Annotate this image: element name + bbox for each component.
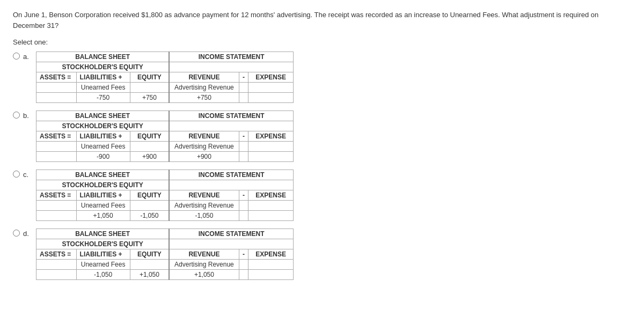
option-c: c. BALANCE SHEET INCOME STATEMENT STOCKH… [13, 169, 631, 221]
option-letter-1: b. [23, 110, 33, 120]
answer-table-3: BALANCE SHEET INCOME STATEMENT STOCKHOLD… [36, 228, 294, 280]
option-letter-2: c. [23, 169, 33, 179]
radio-option-c[interactable] [13, 171, 20, 178]
radio-option-d[interactable] [13, 230, 20, 237]
radio-option-b[interactable] [13, 112, 20, 119]
option-letter-3: d. [23, 228, 33, 238]
answer-table-0: BALANCE SHEET INCOME STATEMENT STOCKHOLD… [36, 51, 294, 103]
option-d: d. BALANCE SHEET INCOME STATEMENT STOCKH… [13, 228, 631, 280]
option-b: b. BALANCE SHEET INCOME STATEMENT STOCKH… [13, 110, 631, 162]
question-text: On June 1, Benson Corporation received $… [13, 10, 631, 31]
option-a: a. BALANCE SHEET INCOME STATEMENT STOCKH… [13, 51, 631, 103]
answer-table-2: BALANCE SHEET INCOME STATEMENT STOCKHOLD… [36, 169, 294, 221]
option-letter-0: a. [23, 51, 33, 61]
radio-option-a[interactable] [13, 53, 20, 60]
select-one-label: Select one: [13, 38, 631, 46]
answer-table-1: BALANCE SHEET INCOME STATEMENT STOCKHOLD… [36, 110, 294, 162]
